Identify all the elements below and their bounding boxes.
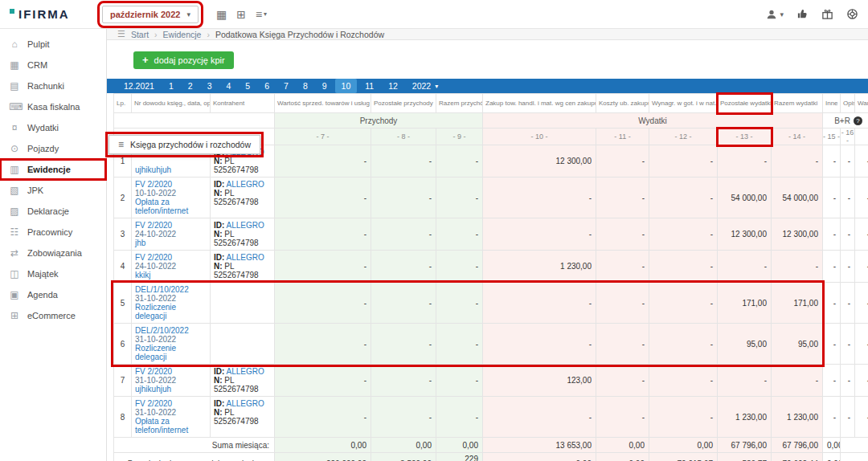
month-tab-2[interactable]: 2 [181, 81, 200, 91]
kontrahent-cell: ID: ALLEGRON: PL 5252674798 [211, 365, 275, 397]
column-header: Razem wydatki [772, 94, 823, 113]
sidebar-item-pulpit[interactable]: ⌂Pulpit [0, 34, 106, 55]
month-selector-label: październik 2022 [110, 10, 180, 19]
sidebar-item-wydatki[interactable]: ¤Wydatki [0, 117, 106, 138]
topbar: IFIRMA październik 2022 ▾ ▦ ⊞ ≡▾ ▾ [0, 0, 868, 29]
column-number: - 11 - [596, 129, 649, 145]
value-cell: - [841, 145, 855, 177]
actions-bar: + dodaj pozycję kpir [107, 40, 868, 79]
month-selector-dropdown[interactable]: październik 2022 ▾ [102, 6, 199, 23]
crm-icon: ▦ [9, 59, 20, 71]
ifirma-logo[interactable]: IFIRMA [10, 7, 94, 21]
value-cell: - [772, 145, 823, 177]
logo-mark-icon [10, 9, 14, 14]
value-cell: - [596, 324, 649, 365]
sidebar-item-kasa-fiskalna[interactable]: ⌨Kasa fiskalna [0, 96, 106, 117]
calculator-icon[interactable]: ▦ [216, 8, 227, 21]
summary-row: Przeniesienie z poprzedniego miesiąca:22… [114, 453, 868, 461]
value-cell: 12 300,00 [772, 218, 823, 251]
add-kpir-entry-button[interactable]: + dodaj pozycję kpir [133, 51, 234, 69]
table-row: 7FV 2/202031-10-2022ujhikuhjuhID: ALLEGR… [114, 365, 868, 397]
sidebar-item-agenda[interactable]: ▣Agenda [0, 284, 106, 305]
summary-value: 0,00 [436, 438, 483, 453]
value-cell: 1 230,00 [772, 397, 823, 438]
document-link[interactable]: FV 2/2020 [135, 221, 172, 230]
document-desc-link[interactable]: kkikj [135, 271, 150, 279]
help-circle-icon[interactable]: ? [854, 116, 862, 125]
month-prev-year[interactable]: 12.2021 [117, 81, 162, 91]
month-tab-3[interactable]: 3 [200, 81, 219, 91]
month-tab-5[interactable]: 5 [238, 81, 257, 91]
value-cell: - [371, 251, 436, 283]
sidebar-item-pracownicy[interactable]: ☷Pracownicy [0, 222, 106, 243]
document-desc-link[interactable]: Opłata za telefon/internet [135, 417, 188, 434]
document-desc-link[interactable]: Rozliczenie delegacji [135, 344, 176, 361]
summary-value: 13 653,00 [483, 438, 596, 453]
value-cell: - [436, 251, 483, 283]
month-tab-12[interactable]: 12 [381, 81, 405, 91]
month-tab-9[interactable]: 9 [315, 81, 334, 91]
kontrahent-cell: ID: ALLEGRON: PL 5252674798 [211, 218, 275, 251]
column-number-13: - 13 - [718, 129, 772, 145]
value-cell: - [436, 324, 483, 365]
month-tab-11[interactable]: 11 [358, 81, 381, 91]
sidebar-item-ewidencje[interactable]: ▥Ewidencje [0, 159, 106, 180]
column-header: Wart [855, 94, 868, 113]
breadcrumb-item-start[interactable]: Start [131, 30, 149, 39]
sidebar-item-maj-tek[interactable]: ◫Majątek [0, 263, 106, 284]
ledger-tab[interactable]: ≡ Księga przychodów i rozchodów [108, 135, 260, 154]
gift-icon [821, 8, 833, 20]
feedback-button[interactable] [796, 8, 809, 20]
kontrahent-link[interactable]: ALLEGRO [227, 367, 264, 376]
sidebar-item-ecommerce[interactable]: ⊞eCommerce [0, 305, 106, 326]
document-link[interactable]: DEL/2/10/2022 [135, 326, 189, 335]
sidebar-item-zobowi-zania[interactable]: ⇄Zobowiązania [0, 243, 106, 263]
document-link[interactable]: FV 2/2020 [135, 180, 172, 189]
sidebar-item-crm[interactable]: ▦CRM [0, 55, 106, 75]
document-link[interactable]: DEL/1/10/2022 [135, 285, 189, 294]
sidebar-item-pojazdy[interactable]: ⊙Pojazdy [0, 138, 106, 159]
main-content: ☰ Start›Ewidencje›Podatkowa Księga Przyc… [107, 29, 868, 461]
kontrahent-link[interactable]: ALLEGRO [227, 221, 264, 230]
list-menu-icon[interactable]: ≡▾ [256, 8, 267, 21]
sidebar-item-jpk[interactable]: ▧JPK [0, 180, 106, 201]
new-window-icon[interactable]: ⊞ [236, 8, 246, 21]
topbar-right: ▾ [766, 8, 858, 20]
month-tab-10[interactable]: 10 [335, 79, 358, 93]
breadcrumb-item-ewidencje[interactable]: Ewidencje [163, 30, 202, 39]
document-link[interactable]: FV 2/2020 [135, 367, 172, 376]
help-button[interactable] [846, 8, 858, 20]
breadcrumb-menu-icon[interactable]: ☰ [117, 29, 125, 39]
value-cell: - [596, 365, 649, 397]
value-cell: - [371, 145, 436, 177]
month-tab-4[interactable]: 4 [219, 81, 239, 91]
document-cell: DEL/1/10/202231-10-2022Rozliczenie deleg… [132, 283, 211, 324]
kpir-tbody: 1 ujhikuhjuhID: ALLEGRON: PL 5252674798-… [114, 145, 868, 438]
group-header-br: B+R? [823, 113, 868, 129]
rewards-button[interactable] [821, 8, 833, 20]
breadcrumb-separator: › [207, 30, 210, 39]
user-menu[interactable]: ▾ [766, 9, 784, 20]
document-desc-link[interactable]: jhb [135, 239, 145, 247]
sidebar-item-deklaracje[interactable]: ▨Deklaracje [0, 201, 106, 222]
document-desc-link[interactable]: ujhikuhjuh [135, 165, 171, 174]
value-cell: - [596, 218, 649, 251]
month-tab-1[interactable]: 1 [162, 81, 181, 91]
document-desc-link[interactable]: ujhikuhjuh [135, 385, 171, 394]
kontrahent-link[interactable]: ALLEGRO [227, 180, 264, 189]
month-tab-6[interactable]: 6 [257, 81, 276, 91]
document-date: 24-10-2022 [135, 230, 207, 239]
summary-row: Suma miesiąca:0,000,000,0013 653,000,000… [114, 438, 868, 453]
document-link[interactable]: FV 2/2020 [135, 399, 172, 408]
summary-value: 229 500,00 [436, 453, 483, 461]
year-dropdown[interactable]: 2022 ▾ [405, 81, 445, 91]
kontrahent-link[interactable]: ALLEGRO [227, 399, 264, 408]
month-tab-8[interactable]: 8 [296, 81, 315, 91]
document-link[interactable]: FV 2/2020 [135, 253, 172, 262]
sidebar-item-rachunki[interactable]: ▤Rachunki [0, 75, 106, 96]
document-desc-link[interactable]: Rozliczenie delegacji [135, 303, 176, 320]
value-cell: - [649, 283, 718, 324]
kontrahent-link[interactable]: ALLEGRO [227, 253, 264, 262]
month-tab-7[interactable]: 7 [276, 81, 296, 91]
document-desc-link[interactable]: Opłata za telefon/internet [135, 198, 188, 215]
